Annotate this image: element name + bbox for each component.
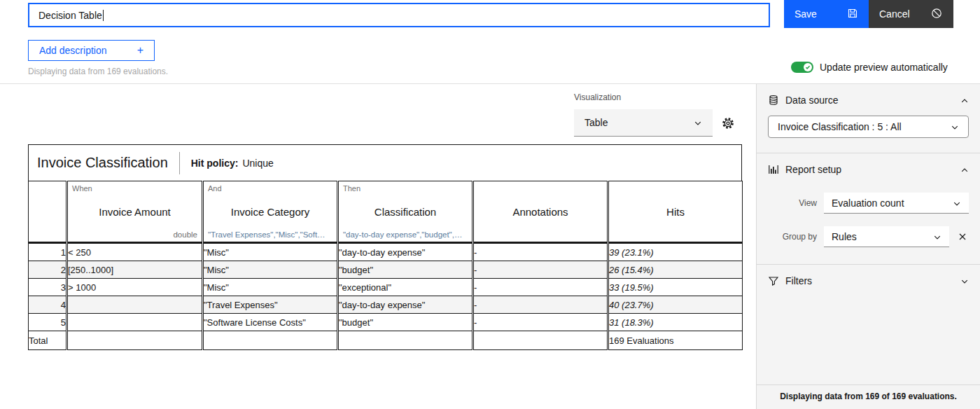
cell-classification: "day-to-day expense" bbox=[338, 296, 473, 314]
check-icon bbox=[805, 64, 811, 70]
cell-invoice-category: "Software License Costs" bbox=[203, 314, 338, 331]
cell-invoice-amount bbox=[67, 314, 203, 331]
funnel-icon bbox=[768, 275, 779, 286]
section-filters[interactable]: Filters bbox=[757, 265, 980, 294]
cell-hits: 26 (15.4%) bbox=[608, 261, 743, 279]
visualization-dropdown[interactable]: Table bbox=[574, 109, 713, 137]
view-dropdown[interactable]: Evaluation count bbox=[824, 193, 969, 214]
data-source-dropdown[interactable]: Invoice Classification : 5 : All bbox=[768, 116, 969, 138]
section-data-source[interactable]: Data source bbox=[757, 84, 980, 113]
title-input[interactable]: Decision Table bbox=[28, 3, 770, 27]
column-label: Invoice Amount bbox=[68, 206, 202, 218]
column-invoice-amount: When Invoice Amount double bbox=[67, 181, 203, 243]
gear-icon[interactable] bbox=[721, 116, 735, 130]
group-by-label: Group by bbox=[768, 232, 817, 242]
decision-table-grid: When Invoice Amount double And Invoice C… bbox=[28, 181, 743, 350]
table-row: 5 "Software License Costs" "budget" - 31… bbox=[29, 314, 743, 331]
cell-classification: "budget" bbox=[338, 261, 473, 279]
column-keyword: Then bbox=[343, 184, 360, 193]
save-button[interactable]: Save bbox=[784, 0, 869, 28]
chevron-down-icon bbox=[953, 199, 961, 207]
cell-invoice-category: "Misc" bbox=[203, 243, 338, 261]
sidebar-status: Displaying data from 169 of 169 evaluati… bbox=[757, 384, 980, 409]
add-description-button[interactable]: Add description + bbox=[28, 40, 155, 61]
visualization-label: Visualization bbox=[574, 92, 621, 102]
hit-policy-value: Unique bbox=[242, 158, 273, 169]
report-setup-title: Report setup bbox=[785, 164, 954, 175]
chevron-down-icon bbox=[951, 123, 959, 131]
cell-empty bbox=[473, 331, 608, 350]
row-number: 2 bbox=[29, 261, 67, 279]
column-invoice-category: And Invoice Category "Travel Expenses","… bbox=[203, 181, 338, 243]
section-report-setup[interactable]: Report setup bbox=[757, 153, 980, 183]
chevron-up-icon bbox=[960, 96, 969, 104]
total-label: Total bbox=[29, 331, 67, 350]
save-icon bbox=[847, 8, 858, 21]
table-row: 1 < 250 "Misc" "day-to-day expense" - 39… bbox=[29, 243, 743, 261]
chevron-down-icon bbox=[960, 277, 969, 285]
cell-hits: 31 (18.3%) bbox=[608, 314, 743, 331]
cell-empty bbox=[338, 331, 473, 350]
corner-cell bbox=[29, 181, 67, 243]
row-number: 1 bbox=[29, 243, 67, 261]
group-by-dropdown[interactable]: Rules bbox=[824, 226, 949, 247]
cell-classification: "exceptional" bbox=[338, 279, 473, 296]
text-caret bbox=[103, 10, 104, 21]
cell-invoice-amount: < 250 bbox=[67, 243, 203, 261]
update-preview-toggle[interactable] bbox=[791, 62, 813, 73]
settings-sidebar: Data source Invoice Classification : 5 :… bbox=[756, 84, 980, 409]
row-number: 4 bbox=[29, 296, 67, 314]
auto-update-row: Update preview automatically bbox=[791, 62, 948, 73]
column-label: Invoice Category bbox=[204, 206, 337, 218]
toggle-knob bbox=[804, 63, 812, 71]
hit-policy-label: Hit policy: bbox=[191, 158, 239, 169]
column-label: Annotations bbox=[474, 206, 607, 218]
column-classification: Then Classification "day-to-day expense"… bbox=[338, 181, 473, 243]
group-by-row: Group by Rules bbox=[768, 226, 969, 247]
chevron-down-icon bbox=[933, 233, 941, 241]
cell-empty bbox=[203, 331, 338, 350]
cell-hits: 39 (23.1%) bbox=[608, 243, 743, 261]
column-label: Classification bbox=[339, 206, 472, 218]
cell-hits: 33 (19.5%) bbox=[608, 279, 743, 296]
cell-annotations: - bbox=[473, 243, 608, 261]
row-number: 3 bbox=[29, 279, 67, 296]
table-row: 4 "Travel Expenses" "day-to-day expense"… bbox=[29, 296, 743, 314]
cell-annotations: - bbox=[473, 314, 608, 331]
close-icon bbox=[958, 233, 967, 241]
cell-annotations: - bbox=[473, 279, 608, 296]
cell-invoice-category: "Misc" bbox=[203, 261, 338, 279]
column-type-hint: "Travel Expenses","Misc","Soft… bbox=[208, 230, 326, 239]
column-label: Hits bbox=[609, 206, 742, 218]
row-number: 5 bbox=[29, 314, 67, 331]
prohibited-icon bbox=[930, 7, 943, 22]
remove-group-by-button[interactable] bbox=[956, 230, 969, 243]
cell-annotations: - bbox=[473, 261, 608, 279]
bar-chart-icon bbox=[768, 164, 779, 175]
cancel-button[interactable]: Cancel bbox=[869, 0, 953, 28]
column-type-hint: double bbox=[173, 230, 197, 239]
cell-invoice-amount: [250..1000] bbox=[67, 261, 203, 279]
evaluations-note: Displaying data from 169 evaluations. bbox=[28, 67, 168, 76]
column-header-row: When Invoice Amount double And Invoice C… bbox=[29, 181, 743, 243]
decision-table: Invoice Classification Hit policy: Uniqu… bbox=[28, 144, 742, 350]
column-keyword: When bbox=[72, 184, 92, 193]
plus-icon: + bbox=[137, 45, 144, 56]
title-input-value: Decision Table bbox=[38, 10, 102, 21]
cell-classification: "day-to-day expense" bbox=[338, 243, 473, 261]
column-hits: Hits bbox=[608, 181, 743, 243]
preview-panel: Visualization Table Invoice Classificati… bbox=[0, 84, 756, 409]
column-keyword: And bbox=[208, 184, 222, 193]
decision-table-title: Invoice Classification bbox=[37, 155, 168, 171]
view-row: View Evaluation count bbox=[768, 193, 969, 214]
chevron-down-icon bbox=[694, 118, 702, 127]
cell-invoice-category: "Misc" bbox=[203, 279, 338, 296]
view-value: Evaluation count bbox=[832, 197, 904, 209]
cell-hits: 40 (23.7%) bbox=[608, 296, 743, 314]
data-source-title: Data source bbox=[785, 95, 954, 106]
data-source-value: Invoice Classification : 5 : All bbox=[778, 121, 902, 132]
auto-update-label: Update preview automatically bbox=[820, 62, 948, 73]
table-row: 2 [250..1000] "Misc" "budget" - 26 (15.4… bbox=[29, 261, 743, 279]
cell-annotations: - bbox=[473, 296, 608, 314]
chevron-up-icon bbox=[960, 165, 969, 174]
